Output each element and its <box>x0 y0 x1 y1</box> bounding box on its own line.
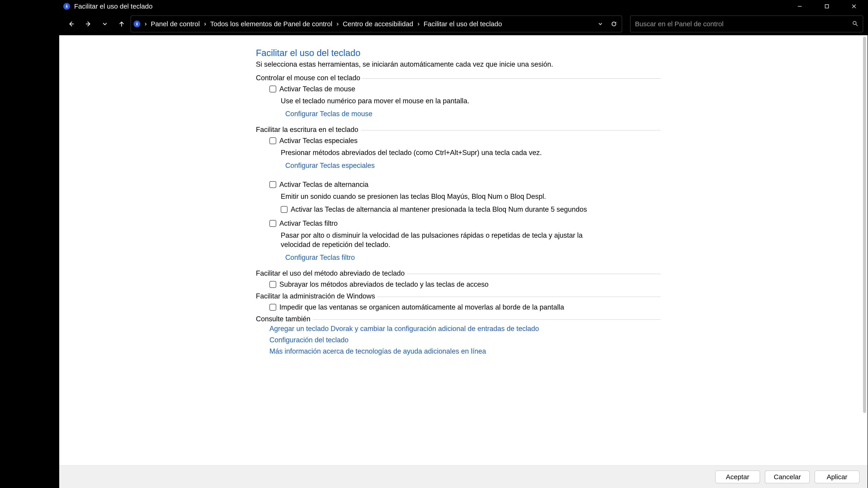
group-shortcuts: Facilitar el uso del método abreviado de… <box>256 274 660 289</box>
chevron-right-icon[interactable] <box>142 20 149 28</box>
sticky-keys-checkbox[interactable] <box>270 137 276 144</box>
cancel-button[interactable]: Cancelar <box>765 470 810 483</box>
see-also-dvorak-link[interactable]: Agregar un teclado Dvorak y cambiar la c… <box>270 325 660 333</box>
vertical-scrollbar[interactable] <box>863 37 866 464</box>
sticky-keys-label[interactable]: Activar Teclas especiales <box>279 137 358 145</box>
search-icon[interactable] <box>852 20 858 28</box>
close-button[interactable] <box>840 0 868 13</box>
toggle-keys-numlock-label[interactable]: Activar las Teclas de alternancia al man… <box>291 205 587 214</box>
chevron-right-icon[interactable] <box>334 20 341 28</box>
group-see-also: Consulte también Agregar un teclado Dvor… <box>256 320 660 355</box>
address-bar[interactable]: Panel de control Todos los elementos de … <box>131 15 622 32</box>
sticky-keys-description: Presionar métodos abreviados del teclado… <box>270 148 595 158</box>
configure-filter-keys-link[interactable]: Configurar Teclas filtro <box>270 254 355 262</box>
search-box[interactable] <box>630 15 863 32</box>
page-heading: Facilitar el uso del teclado <box>256 48 660 58</box>
breadcrumb-segment[interactable]: Todos los elementos de Panel de control <box>209 20 334 28</box>
see-also-keyboard-settings-link[interactable]: Configuración del teclado <box>270 336 660 344</box>
filter-keys-description: Pasar por alto o disminuir la velocidad … <box>270 231 595 250</box>
toggle-keys-numlock-checkbox[interactable] <box>281 206 287 213</box>
toggle-keys-checkbox[interactable] <box>270 181 276 188</box>
svg-point-0 <box>66 4 67 5</box>
configure-mouse-keys-link[interactable]: Configurar Teclas de mouse <box>270 110 372 118</box>
svg-point-9 <box>853 22 856 25</box>
forward-button[interactable] <box>81 16 96 32</box>
refresh-button[interactable] <box>608 18 620 30</box>
group-legend: Controlar el mouse con el teclado <box>256 74 363 82</box>
underline-shortcuts-label[interactable]: Subrayar los métodos abreviados de tecla… <box>279 281 489 289</box>
up-button[interactable] <box>114 16 129 32</box>
see-also-assistive-tech-link[interactable]: Más información acerca de tecnologías de… <box>270 347 660 355</box>
window-title: Facilitar el uso del teclado <box>74 2 153 10</box>
ease-of-access-icon <box>133 21 141 27</box>
minimize-button[interactable] <box>786 0 813 13</box>
toggle-keys-description: Emitir un sonido cuando se presionen las… <box>270 192 595 201</box>
toggle-keys-label[interactable]: Activar Teclas de alternancia <box>279 181 368 189</box>
dialog-button-bar: Aceptar Cancelar Aplicar <box>59 465 868 488</box>
page-body: Facilitar el uso del teclado Si seleccio… <box>59 35 660 355</box>
svg-point-8 <box>136 22 137 23</box>
group-legend: Facilitar el uso del método abreviado de… <box>256 269 407 278</box>
mouse-keys-checkbox[interactable] <box>270 86 276 92</box>
recent-locations-button[interactable] <box>97 16 113 32</box>
back-button[interactable] <box>64 16 79 32</box>
address-history-button[interactable] <box>595 18 606 30</box>
group-windows-admin: Facilitar la administración de Windows I… <box>256 297 660 311</box>
breadcrumb-segment[interactable]: Facilitar el uso del teclado <box>422 20 504 28</box>
scrollbar-thumb[interactable] <box>863 37 866 413</box>
chevron-right-icon[interactable] <box>202 20 209 28</box>
content-area: Facilitar el uso del teclado Si seleccio… <box>59 35 868 488</box>
breadcrumb-segment[interactable]: Panel de control <box>149 20 202 28</box>
mouse-keys-description: Use el teclado numérico para mover el mo… <box>270 96 595 106</box>
window-left-gutter <box>0 0 59 488</box>
group-typing: Facilitar la escritura en el teclado Act… <box>256 130 660 266</box>
group-legend: Facilitar la escritura en el teclado <box>256 126 361 134</box>
ok-button[interactable]: Aceptar <box>715 470 760 483</box>
page-subtitle: Si selecciona estas herramientas, se ini… <box>256 60 660 68</box>
apply-button[interactable]: Aplicar <box>815 470 860 483</box>
ease-of-access-icon <box>63 3 70 10</box>
chevron-right-icon[interactable] <box>415 20 422 28</box>
filter-keys-checkbox[interactable] <box>270 220 276 227</box>
group-mouse-keys: Controlar el mouse con el teclado Activa… <box>256 78 660 122</box>
titlebar: Facilitar el uso del teclado <box>59 0 868 13</box>
group-legend: Facilitar la administración de Windows <box>256 292 377 300</box>
svg-rect-2 <box>825 4 829 8</box>
mouse-keys-label[interactable]: Activar Teclas de mouse <box>279 85 355 93</box>
control-panel-window: Facilitar el uso del teclado Panel de co… <box>59 0 868 488</box>
breadcrumb-segment[interactable]: Centro de accesibilidad <box>341 20 415 28</box>
configure-sticky-keys-link[interactable]: Configurar Teclas especiales <box>270 162 375 170</box>
underline-shortcuts-checkbox[interactable] <box>270 281 276 288</box>
prevent-snap-label[interactable]: Impedir que las ventanas se organicen au… <box>279 303 564 311</box>
maximize-button[interactable] <box>813 0 840 13</box>
group-legend: Consulte también <box>256 315 313 323</box>
search-input[interactable] <box>635 20 852 28</box>
prevent-snap-checkbox[interactable] <box>270 304 276 311</box>
filter-keys-label[interactable]: Activar Teclas filtro <box>279 219 338 228</box>
navigation-bar: Panel de control Todos los elementos de … <box>59 13 868 35</box>
scroll-region: Facilitar el uso del teclado Si seleccio… <box>59 35 868 488</box>
svg-line-10 <box>856 24 858 26</box>
